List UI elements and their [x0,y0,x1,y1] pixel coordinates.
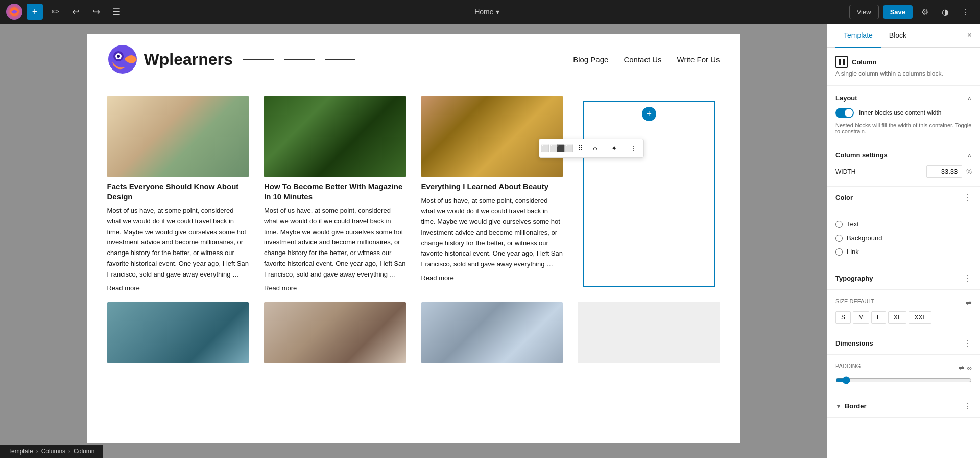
read-more-2[interactable]: Read more [264,284,406,292]
layout-section: Layout ∧ Inner blocks use content width … [827,86,980,143]
padding-more-icon[interactable]: ∞ [967,364,972,372]
size-xxl-button[interactable]: XXL [909,311,931,324]
size-xl-button[interactable]: XL [888,311,907,324]
redo-button[interactable]: ↪ [88,4,104,20]
block-name-label: Column [852,58,876,66]
edit-button[interactable]: ✏ [47,4,63,20]
color-bg-row: Background [835,231,972,245]
svg-rect-10 [843,59,845,65]
border-collapse-icon: ▼ [835,403,842,410]
color-more-icon[interactable]: ⋮ [964,193,972,202]
border-more-icon[interactable]: ⋮ [964,401,972,411]
color-link-radio[interactable] [835,248,843,256]
history-link-3[interactable]: history [445,239,464,247]
site-nav: Blog Page Contact Us Write For Us [573,55,720,64]
width-unit: % [966,168,972,175]
post-title-2[interactable]: How To Become Better With Magazine In 10… [264,181,406,201]
nav-write-for-us[interactable]: Write For Us [677,55,720,64]
svg-rect-9 [839,59,841,65]
transform-button[interactable]: ✦ [607,141,622,155]
size-settings-icon[interactable]: ⇌ [966,299,972,307]
width-input[interactable] [926,165,962,178]
canvas-area: Wplearners Blog Page Contact Us Write Fo… [0,24,827,458]
breadcrumb-template[interactable]: Template [8,448,33,455]
home-nav[interactable]: Home ▾ [474,8,499,16]
site-logo: Wplearners [107,44,233,75]
inner-blocks-toggle[interactable] [835,108,854,118]
site-title: Wplearners [144,50,233,69]
post-title-3[interactable]: Everything I Learned About Beauty [421,181,563,192]
block-toolbar: ⬜⬜ ⬛⬜ ⠿ ‹› ✦ ⋮ [539,139,644,158]
color-link-row: Link [835,245,972,259]
post-excerpt-1: Most of us have, at some point, consider… [107,205,249,280]
columns-view-button[interactable]: ⬜⬜ [542,141,557,155]
read-more-1[interactable]: Read more [107,284,249,292]
tab-template[interactable]: Template [835,24,881,48]
dimensions-section-header[interactable]: Dimensions ⋮ [827,332,980,355]
canvas-page: Wplearners Blog Page Contact Us Write Fo… [87,34,740,443]
column-settings-header: Column settings ∧ [835,151,972,159]
post-excerpt-3: Most of us have, at some point, consider… [421,196,563,270]
right-panel: Template Block × Column A single column … [827,24,980,458]
layout-header: Layout ∧ [835,94,972,102]
overflow-button[interactable]: ⋮ [958,4,974,20]
color-text-radio[interactable] [835,221,843,228]
post-card-2: How To Become Better With Magazine In 10… [264,96,406,292]
second-row-grid [87,302,740,374]
logo-icon [107,44,138,75]
blog-grid: Facts Everyone Should Know About Design … [87,85,740,302]
post-title-1[interactable]: Facts Everyone Should Know About Design [107,181,249,201]
read-more-3[interactable]: Read more [421,274,563,282]
site-header: Wplearners Blog Page Contact Us Write Fo… [87,34,740,85]
border-section-header[interactable]: ▼ Border ⋮ [827,395,980,418]
undo-button[interactable]: ↩ [67,4,84,20]
more-options-button[interactable]: ⋮ [626,141,640,155]
view-button[interactable]: View [849,5,879,19]
tab-block[interactable]: Block [881,24,915,48]
layout-toggle-chevron[interactable]: ∧ [967,95,972,102]
svg-point-4 [117,55,120,58]
post-image-2 [264,96,406,177]
breadcrumb-column[interactable]: Column [74,448,94,455]
typography-title: Typography [835,274,873,282]
column-add-button[interactable]: + [642,107,656,121]
column-settings-toggle[interactable]: ∧ [967,152,972,159]
post-image-4 [107,302,249,363]
color-link-label: Link [847,248,859,256]
post-image-5 [264,302,406,363]
theme-toggle-button[interactable]: ◑ [937,4,953,20]
nav-contact-us[interactable]: Contact Us [624,55,661,64]
add-block-button[interactable]: + [27,4,43,20]
nav-arrows-button[interactable]: ‹› [588,141,603,155]
size-s-button[interactable]: S [835,311,851,324]
nav-divider-2 [284,59,315,60]
list-view-button[interactable]: ☰ [108,4,125,20]
drag-button[interactable]: ⠿ [573,141,587,155]
width-row: WIDTH % [835,165,972,178]
dimensions-options-section: PADDING ⇌ ∞ [827,355,980,395]
nav-blog-page[interactable]: Blog Page [573,55,608,64]
typography-section-header[interactable]: Typography ⋮ [827,267,980,290]
size-l-button[interactable]: L [871,311,886,324]
padding-slider[interactable] [835,376,972,384]
toolbar-right: View Save ⚙ ◑ ⋮ [849,4,974,20]
history-link-2[interactable]: history [288,249,307,257]
chevron-down-icon: ▾ [496,8,499,16]
size-m-button[interactable]: M [853,311,869,324]
history-link-1[interactable]: history [131,249,150,257]
size-buttons: S M L XL XXL [835,311,972,324]
color-section-header[interactable]: Color ⋮ [827,187,980,209]
dimensions-more-icon[interactable]: ⋮ [964,338,972,348]
column-block-icon [835,56,848,68]
save-button[interactable]: Save [883,5,913,19]
column-view-button[interactable]: ⬛⬜ [558,141,572,155]
color-bg-radio[interactable] [835,235,843,242]
column-settings-title: Column settings [835,151,888,159]
panel-close-button[interactable]: × [967,31,972,40]
breadcrumb-columns[interactable]: Columns [41,448,65,455]
add-block-area: + [589,107,709,121]
padding-link-icon[interactable]: ⇌ [959,364,964,372]
settings-button[interactable]: ⚙ [917,4,933,20]
typography-more-icon[interactable]: ⋮ [964,273,972,283]
nav-divider-3 [325,59,355,60]
